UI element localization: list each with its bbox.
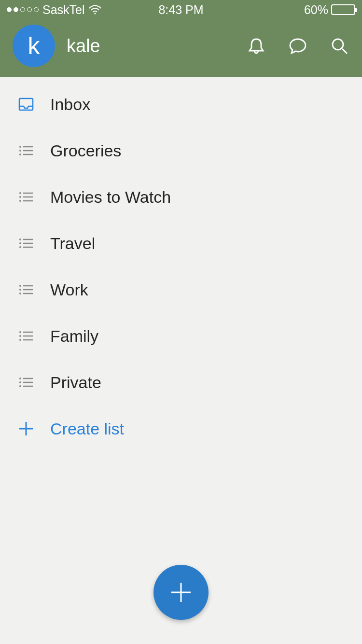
status-right: 60% (304, 3, 355, 17)
lists-container: InboxGroceriesMovies to WatchTravelWorkF… (0, 77, 362, 452)
svg-point-10 (19, 192, 21, 194)
svg-point-34 (19, 378, 21, 379)
list-icon (17, 142, 35, 159)
list-item-label: Travel (50, 234, 95, 253)
list-item-label: Family (50, 327, 98, 346)
avatar[interactable]: k (13, 25, 55, 67)
svg-point-6 (19, 154, 21, 155)
svg-point-18 (19, 246, 21, 248)
status-left: SaskTel (7, 3, 101, 17)
battery-percent: 60% (304, 3, 328, 17)
signal-dot (14, 7, 18, 12)
list-item-label: Private (50, 373, 101, 392)
bell-icon[interactable] (246, 36, 266, 56)
svg-point-16 (19, 238, 21, 240)
svg-point-29 (19, 335, 21, 337)
signal-dot (34, 7, 39, 12)
svg-point-35 (19, 381, 21, 383)
svg-point-11 (19, 196, 21, 198)
svg-point-22 (19, 285, 21, 287)
list-item-label: Movies to Watch (50, 188, 171, 207)
status-time: 8:43 PM (158, 3, 203, 17)
create-list-button[interactable]: Create list (0, 406, 362, 452)
add-task-fab[interactable] (153, 565, 209, 620)
list-icon (17, 374, 35, 391)
list-item-private[interactable]: Private (0, 359, 362, 406)
wifi-icon (89, 5, 101, 14)
battery-icon (331, 4, 355, 15)
search-icon[interactable] (329, 36, 349, 56)
username-label[interactable]: kale (67, 36, 246, 56)
plus-icon (17, 420, 35, 437)
svg-point-23 (19, 289, 21, 291)
list-item-family[interactable]: Family (0, 313, 362, 359)
list-item-label: Groceries (50, 141, 121, 160)
signal-dot (20, 7, 25, 12)
svg-point-1 (333, 39, 343, 50)
avatar-initial: k (28, 32, 40, 60)
list-icon (17, 235, 35, 252)
signal-dot (7, 7, 12, 12)
list-item-travel[interactable]: Travel (0, 220, 362, 266)
list-icon (17, 327, 35, 345)
list-item-inbox[interactable]: Inbox (0, 81, 362, 127)
app-header: k kale (0, 19, 362, 77)
list-icon (17, 281, 35, 298)
list-item-groceries[interactable]: Groceries (0, 127, 362, 174)
svg-line-2 (342, 49, 347, 54)
list-item-label: Work (50, 280, 88, 299)
svg-point-5 (19, 150, 21, 152)
svg-point-28 (19, 331, 21, 333)
plus-icon (167, 578, 195, 607)
svg-point-0 (94, 13, 96, 14)
status-bar: SaskTel 8:43 PM 60% (0, 0, 362, 19)
inbox-icon (17, 96, 35, 113)
svg-point-17 (19, 242, 21, 244)
svg-point-30 (19, 339, 21, 341)
svg-point-36 (19, 385, 21, 387)
svg-point-4 (19, 146, 21, 148)
create-list-label: Create list (50, 420, 124, 438)
signal-dots (7, 7, 39, 12)
svg-point-24 (19, 293, 21, 294)
carrier-label: SaskTel (42, 3, 85, 17)
list-item-movies-to-watch[interactable]: Movies to Watch (0, 174, 362, 220)
list-item-work[interactable]: Work (0, 266, 362, 313)
svg-point-12 (19, 200, 21, 202)
signal-dot (27, 7, 32, 12)
chat-icon[interactable] (288, 36, 308, 56)
list-icon (17, 188, 35, 206)
list-item-label: Inbox (50, 95, 90, 114)
